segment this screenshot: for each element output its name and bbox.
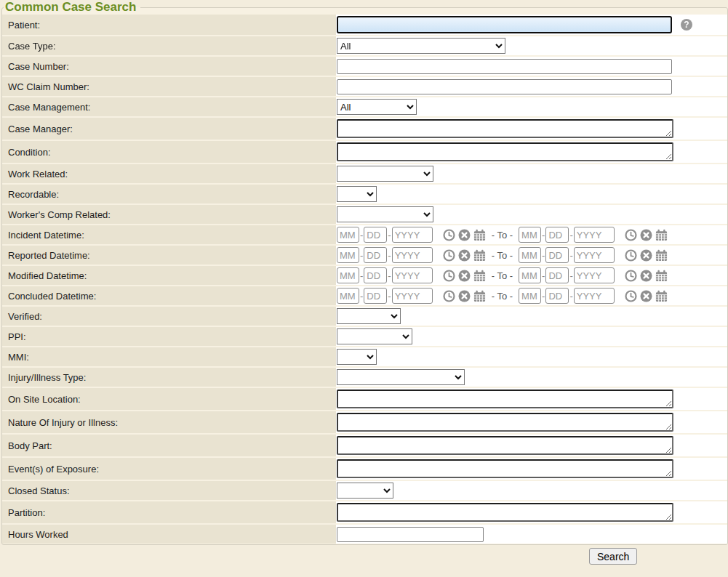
partition-label: Partition: [2, 501, 336, 523]
date-separator: - [360, 250, 363, 261]
nature-of-injury-textarea[interactable] [337, 413, 673, 432]
calendar-picker-button[interactable] [655, 270, 668, 282]
recordable-select[interactable] [337, 186, 377, 202]
month-input[interactable] [519, 288, 541, 304]
clear-date-button[interactable] [640, 249, 652, 262]
time-icon [443, 229, 455, 241]
row-workers-comp-related: Worker's Comp Related: [2, 205, 727, 224]
day-input[interactable] [545, 288, 569, 304]
body-part-textarea[interactable] [337, 436, 673, 455]
clear-date-button[interactable] [640, 229, 652, 241]
date-separator: - [360, 270, 363, 281]
help-icon[interactable]: ? [681, 19, 692, 31]
month-input[interactable] [519, 267, 541, 283]
condition-textarea[interactable] [337, 142, 673, 161]
clear-icon [640, 249, 652, 262]
wc-claim-number-input[interactable] [337, 79, 672, 94]
year-input[interactable] [392, 267, 433, 283]
calendar-picker-button[interactable] [473, 229, 486, 241]
clear-date-button[interactable] [640, 290, 652, 302]
month-input[interactable] [337, 288, 359, 304]
clear-date-button[interactable] [458, 229, 471, 241]
datetime-group: - - [337, 267, 486, 283]
case-number-input[interactable] [337, 59, 672, 74]
case-manager-textarea[interactable] [337, 119, 673, 138]
workers-comp-related-select[interactable] [337, 206, 433, 222]
month-input[interactable] [337, 267, 359, 283]
clear-date-button[interactable] [640, 270, 652, 282]
on-site-location-textarea[interactable] [337, 390, 673, 408]
calendar-icon [473, 229, 486, 241]
month-input[interactable] [519, 227, 541, 243]
year-input[interactable] [574, 267, 615, 283]
time-picker-button[interactable] [625, 229, 637, 241]
row-ppi: PPI: [2, 327, 727, 346]
row-body-part: Body Part: [2, 435, 727, 456]
clear-date-button[interactable] [458, 290, 471, 302]
calendar-picker-button[interactable] [655, 229, 668, 241]
datetime-group: - - [519, 288, 668, 304]
time-picker-button[interactable] [443, 249, 455, 262]
year-input[interactable] [392, 227, 433, 243]
calendar-picker-button[interactable] [473, 270, 486, 282]
time-picker-button[interactable] [625, 290, 637, 302]
month-input[interactable] [519, 247, 541, 263]
calendar-picker-button[interactable] [473, 249, 486, 262]
date-separator: - [542, 291, 545, 302]
injury-illness-type-label: Injury/Illness Type: [2, 368, 336, 387]
nature-of-injury-label: Nature Of Injury or Illness: [2, 411, 336, 433]
to-range-label: - To - [492, 250, 513, 261]
date-separator: - [360, 291, 363, 302]
patient-label: Patient: [2, 15, 336, 35]
datetime-group: - - [519, 247, 668, 263]
clear-icon [640, 270, 652, 282]
calendar-picker-button[interactable] [473, 290, 486, 302]
time-picker-button[interactable] [625, 249, 637, 262]
clear-date-button[interactable] [458, 270, 471, 282]
ppi-select[interactable] [337, 328, 412, 344]
year-input[interactable] [574, 227, 615, 243]
calendar-icon [655, 249, 668, 262]
date-separator: - [388, 270, 391, 281]
day-input[interactable] [545, 247, 569, 263]
time-picker-button[interactable] [443, 290, 455, 302]
year-input[interactable] [574, 247, 615, 263]
verified-select[interactable] [337, 308, 401, 324]
body-part-label: Body Part: [2, 435, 336, 456]
work-related-select[interactable] [337, 166, 433, 182]
day-input[interactable] [545, 267, 569, 283]
injury-illness-type-select[interactable] [337, 369, 465, 385]
day-input[interactable] [364, 267, 387, 283]
month-input[interactable] [337, 247, 359, 263]
case-management-select[interactable]: All [337, 99, 417, 115]
year-input[interactable] [392, 288, 433, 304]
month-input[interactable] [337, 227, 359, 243]
calendar-picker-button[interactable] [655, 249, 668, 262]
hours-worked-input[interactable] [337, 527, 484, 542]
condition-label: Condition: [2, 141, 336, 163]
day-input[interactable] [364, 288, 387, 304]
time-picker-button[interactable] [443, 270, 455, 282]
search-button[interactable]: Search [589, 548, 637, 565]
day-input[interactable] [545, 227, 569, 243]
calendar-icon [473, 290, 486, 302]
verified-label: Verified: [2, 307, 336, 326]
partition-textarea[interactable] [337, 503, 673, 522]
time-picker-button[interactable] [443, 229, 455, 241]
mmi-select[interactable] [337, 349, 377, 365]
date-separator: - [360, 230, 363, 241]
case-type-select[interactable]: All [337, 38, 505, 54]
year-input[interactable] [574, 288, 615, 304]
day-input[interactable] [364, 247, 387, 263]
events-of-exposure-textarea[interactable] [337, 459, 673, 478]
row-partition: Partition: [2, 501, 727, 523]
concluded-datetime-label: Concluded Datetime: [2, 286, 336, 305]
year-input[interactable] [392, 247, 433, 263]
clear-date-button[interactable] [458, 249, 471, 262]
row-concluded-datetime: Concluded Datetime: - - - To - - - [2, 286, 727, 305]
patient-input[interactable] [337, 16, 672, 33]
closed-status-select[interactable] [337, 483, 393, 499]
calendar-picker-button[interactable] [655, 290, 668, 302]
time-picker-button[interactable] [625, 270, 637, 282]
day-input[interactable] [364, 227, 387, 243]
